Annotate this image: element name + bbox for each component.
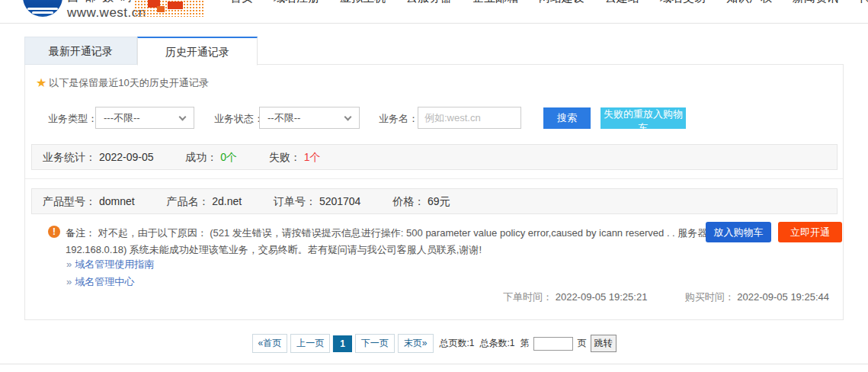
retention-notice: ★以下是保留最近10天的历史开通记录	[36, 75, 209, 90]
remark-text-block: 备注： 对不起，由于以下原因： (521 发生错误，请按错误提示信息进行操作: …	[66, 225, 713, 258]
order-number-value: 5201704	[319, 195, 361, 207]
business-name-input[interactable]	[418, 107, 521, 129]
first-page-button[interactable]: «首页	[251, 334, 287, 353]
timestamps: 下单时间： 2022-09-05 19:25:21 购买时间： 2022-09-…	[503, 290, 829, 304]
nav-item[interactable]: 云服务器	[406, 0, 452, 5]
nav-item[interactable]: 企业邮箱	[472, 0, 518, 5]
west-logo-icon[interactable]	[23, 0, 62, 17]
section-divider	[25, 178, 843, 179]
goto-suffix-text: 页	[578, 337, 587, 350]
tab-latest-records[interactable]: 最新开通记录	[24, 37, 137, 65]
search-button[interactable]: 搜索	[543, 107, 591, 129]
pagination: «首页 上一页 1 下一页 末页» 总页数:1 总条数:1 第 页 跳转	[251, 334, 616, 353]
goto-page-input[interactable]	[533, 337, 573, 351]
nav-item[interactable]: 新闻资讯	[793, 0, 838, 5]
order-time-label: 下单时间：	[503, 291, 553, 303]
activate-now-button[interactable]: 立即开通	[778, 222, 842, 242]
nav-item[interactable]: 网站建设	[539, 0, 585, 5]
business-type-label: 业务类型：	[48, 112, 98, 126]
order-time-value: 2022-09-05 19:25:21	[556, 291, 648, 303]
business-status-selected-value: --不限--	[267, 112, 300, 123]
history-records-panel: ★以下是保留最近10天的历史开通记录 业务类型： ---不限-- 业务状态： -…	[24, 64, 844, 320]
total-pages-text: 总页数:1	[440, 337, 475, 350]
product-name-value: 2d.net	[212, 195, 242, 207]
remark-label: 备注：	[66, 227, 95, 239]
top-navigation: 首页 域名注册 虚拟主机 云服务器 企业邮箱 网站建设 云建站 域名交易 知识产…	[230, 0, 868, 5]
nav-item[interactable]: 域名注册	[274, 0, 319, 5]
double-arrow-icon: »	[66, 276, 72, 287]
product-model-value: domnet	[99, 195, 135, 207]
nav-item[interactable]: 代理专区	[859, 0, 868, 5]
last-page-button[interactable]: 末页»	[398, 334, 434, 353]
domain-management-center-link[interactable]: »域名管理中心	[66, 275, 134, 289]
remark-message: 对不起，由于以下原因： (521 发生错误，请按错误提示信息进行操作: 500 …	[66, 227, 707, 255]
record-tabs: 最新开通记录 历史开通记录	[24, 37, 258, 66]
goto-jump-button[interactable]: 跳转	[591, 335, 617, 352]
failed-recart-button[interactable]: 失败的重放入购物车	[601, 107, 686, 129]
stats-bar: 业务统计： 2022-09-05 成功： 0个 失败： 1个	[31, 144, 838, 170]
buy-time-value: 2022-09-05 19:25:44	[737, 291, 829, 303]
nav-item[interactable]: 云建站	[605, 0, 639, 5]
chevron-down-icon	[179, 114, 187, 121]
link-text: 域名管理中心	[75, 276, 134, 287]
business-status-label: 业务状态：	[214, 112, 264, 126]
order-number-label: 订单号：	[274, 195, 316, 207]
next-page-button[interactable]: 下一页	[355, 334, 395, 353]
nav-item[interactable]: 域名交易	[660, 0, 706, 5]
product-info-bar: 产品型号： domnet 产品名： 2d.net 订单号： 5201704 价格…	[31, 188, 838, 214]
add-to-cart-button[interactable]: 放入购物车	[706, 222, 771, 242]
star-icon: ★	[36, 76, 46, 89]
product-model-label: 产品型号：	[43, 195, 96, 207]
current-page-indicator: 1	[333, 335, 352, 352]
product-name-label: 产品名：	[166, 195, 209, 207]
chevron-down-icon	[344, 114, 352, 121]
stats-date: 2022-09-05	[99, 151, 154, 163]
price-value: 69元	[428, 195, 450, 207]
nav-item[interactable]: 首页	[230, 0, 253, 5]
fail-count: 1个	[304, 151, 321, 163]
domain-management-guide-link[interactable]: »域名管理使用指南	[66, 258, 154, 271]
logo-wave-decoration	[32, 11, 53, 14]
goto-prefix-text: 第	[520, 337, 530, 350]
nav-item[interactable]: 虚拟主机	[340, 0, 386, 5]
warning-icon	[48, 226, 60, 238]
prev-page-button[interactable]: 上一页	[290, 334, 330, 353]
dot-matrix-banner-logo	[134, 0, 204, 17]
link-text: 域名管理使用指南	[75, 258, 154, 270]
logo-wave-decoration	[27, 8, 58, 10]
double-arrow-icon: »	[66, 258, 72, 270]
fail-label: 失败：	[269, 151, 301, 163]
business-type-selected-value: ---不限--	[104, 112, 140, 123]
business-status-select[interactable]: --不限--	[259, 107, 360, 129]
business-type-select[interactable]: ---不限--	[95, 107, 194, 129]
success-count: 0个	[220, 151, 237, 163]
logo-company-name: 西部数码	[67, 0, 137, 5]
site-header: 西部数码 www.west.cn 首页 域名注册 虚拟主机 云服务器 企业邮箱 …	[0, 0, 868, 24]
total-items-text: 总条数:1	[480, 337, 515, 350]
retention-notice-text: 以下是保留最近10天的历史开通记录	[49, 77, 208, 88]
price-label: 价格：	[392, 195, 424, 207]
nav-item[interactable]: 知识产权	[726, 0, 772, 5]
buy-time-label: 购买时间：	[685, 291, 735, 303]
success-label: 成功：	[185, 151, 217, 163]
bottom-divider	[0, 364, 868, 364]
stats-label: 业务统计：	[43, 151, 96, 163]
business-name-label: 业务名：	[379, 112, 418, 126]
tab-history-records[interactable]: 历史开通记录	[137, 37, 258, 66]
